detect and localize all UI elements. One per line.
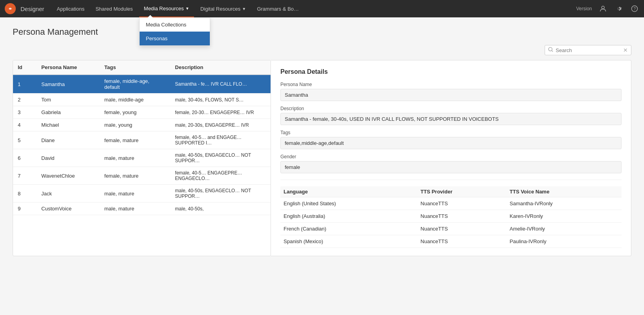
media-resources-dropdown: Media Collections Personas bbox=[139, 17, 210, 46]
tts-cell-voice: Paulina-IVRonly bbox=[506, 235, 622, 248]
description-label: Description bbox=[280, 106, 622, 111]
tts-col-voice: TTS Voice Name bbox=[506, 186, 622, 197]
cell-tags: female, mature bbox=[100, 167, 170, 185]
tts-col-language: Language bbox=[280, 186, 417, 197]
tts-cell-language: Spanish (Mexico) bbox=[280, 235, 417, 248]
tts-cell-voice: Amelie-IVRonly bbox=[506, 223, 622, 235]
cell-id: 2 bbox=[13, 94, 37, 106]
table-row[interactable]: 3Gabrielafemale, youngfemale, 20-30… ENG… bbox=[13, 106, 271, 119]
cell-name: Samantha bbox=[37, 75, 100, 94]
detail-panel-title: Persona Details bbox=[280, 68, 622, 75]
tts-cell-voice: Samantha-IVRonly bbox=[506, 197, 622, 210]
cell-name: Michael bbox=[37, 119, 100, 131]
cell-name: Diane bbox=[37, 131, 100, 149]
cell-description: male, 40-50s, ENGAGECLO… NOT SUPPOR… bbox=[170, 149, 271, 167]
cell-description: male, 20-30s, ENGAGEPRE… IVR bbox=[170, 119, 271, 131]
nav-digital-resources[interactable]: Digital Resources ▼ bbox=[196, 0, 251, 17]
tts-cell-language: English (Australia) bbox=[280, 210, 417, 223]
cell-tags: male, mature bbox=[100, 185, 170, 202]
cell-description: female, 40-5… ENGAGEPRE… ENGAGECLO… bbox=[170, 167, 271, 185]
personas-table: Id Persona Name Tags Description 1Samant… bbox=[13, 60, 271, 215]
dropdown-personas[interactable]: Personas bbox=[140, 32, 210, 45]
detail-divider bbox=[280, 180, 622, 180]
nav-right-section: Version ? bbox=[576, 4, 639, 13]
main-layout: Id Persona Name Tags Description 1Samant… bbox=[13, 60, 631, 256]
svg-line-5 bbox=[552, 51, 553, 52]
cell-tags: male, mature bbox=[100, 202, 170, 215]
cell-id: 5 bbox=[13, 131, 37, 149]
page-content: Persona Management ✕ Id Persona Name bbox=[0, 17, 644, 266]
tts-cell-language: English (United States) bbox=[280, 197, 417, 210]
brand-name: Designer bbox=[21, 6, 44, 12]
cell-id: 4 bbox=[13, 119, 37, 131]
table-row[interactable]: 2Tommale, middle-agemale, 30-40s, FLOWS,… bbox=[13, 94, 271, 106]
tts-row: English (Australia)NuanceTTSKaren-IVRonl… bbox=[280, 210, 622, 223]
search-input[interactable] bbox=[556, 47, 623, 53]
tts-cell-provider: NuanceTTS bbox=[417, 197, 506, 210]
table-row[interactable]: 5Dianefemale, maturefemale, 40-5… and EN… bbox=[13, 131, 271, 149]
tags-label: Tags bbox=[280, 130, 622, 135]
tts-row: Spanish (Mexico)NuanceTTSPaulina-IVRonly bbox=[280, 235, 622, 248]
tts-cell-voice: Karen-IVRonly bbox=[506, 210, 622, 223]
dropdown-media-collections[interactable]: Media Collections bbox=[140, 18, 210, 32]
search-icon bbox=[548, 47, 553, 53]
table-row[interactable]: 7WavenetChloefemale, maturefemale, 40-5…… bbox=[13, 167, 271, 185]
cell-id: 9 bbox=[13, 202, 37, 215]
tts-cell-provider: NuanceTTS bbox=[417, 235, 506, 248]
search-bar: ✕ bbox=[545, 45, 631, 55]
tts-row: French (Canadian)NuanceTTSAmelie-IVRonly bbox=[280, 223, 622, 235]
nav-media-resources-wrapper: Media Resources ▼ Media Collections Pers… bbox=[139, 0, 194, 17]
cell-tags: male, young bbox=[100, 119, 170, 131]
cell-description: female, 20-30… ENGAGEPRE… IVR bbox=[170, 106, 271, 119]
persona-detail-panel: Persona Details Persona Name Samantha De… bbox=[271, 60, 631, 256]
personas-table-section: Id Persona Name Tags Description 1Samant… bbox=[13, 60, 271, 256]
nav-applications[interactable]: Applications bbox=[52, 0, 89, 17]
page-title: Persona Management bbox=[13, 27, 631, 37]
cell-id: 3 bbox=[13, 106, 37, 119]
tts-cell-provider: NuanceTTS bbox=[417, 223, 506, 235]
col-header-tags: Tags bbox=[100, 60, 170, 75]
search-clear-button[interactable]: ✕ bbox=[623, 47, 628, 53]
persona-name-label: Persona Name bbox=[280, 82, 622, 87]
nav-grammars[interactable]: Grammars & Bo… bbox=[252, 0, 304, 17]
tags-value: female,middle-age,default bbox=[280, 137, 622, 149]
table-row[interactable]: 1Samanthafemale, middle-age, defaultSama… bbox=[13, 75, 271, 94]
cell-description: male, 40-50s, bbox=[170, 202, 271, 215]
table-row[interactable]: 8Jackmale, maturemale, 40-50s, ENGAGECLO… bbox=[13, 185, 271, 202]
col-header-name: Persona Name bbox=[37, 60, 100, 75]
tts-cell-provider: NuanceTTS bbox=[417, 210, 506, 223]
cell-tags: female, middle-age, default bbox=[100, 75, 170, 94]
version-label: Version bbox=[576, 6, 592, 11]
col-header-description: Description bbox=[170, 60, 271, 75]
cell-name: CustomVoice bbox=[37, 202, 100, 215]
cell-description: Samantha - fe… IVR CALL FLO… bbox=[170, 75, 271, 94]
table-header-row: Id Persona Name Tags Description bbox=[13, 60, 271, 75]
tts-cell-language: French (Canadian) bbox=[280, 223, 417, 235]
cell-name: WavenetChloe bbox=[37, 167, 100, 185]
svg-text:?: ? bbox=[634, 7, 636, 11]
media-resources-arrow: ▼ bbox=[185, 6, 189, 11]
cell-id: 7 bbox=[13, 167, 37, 185]
settings-icon[interactable] bbox=[614, 4, 623, 13]
nav-shared-modules[interactable]: Shared Modules bbox=[91, 0, 138, 17]
tts-header-row: Language TTS Provider TTS Voice Name bbox=[280, 186, 622, 197]
cell-id: 8 bbox=[13, 185, 37, 202]
cell-description: male, 30-40s, FLOWS, NOT S… bbox=[170, 94, 271, 106]
digital-resources-arrow: ▼ bbox=[242, 7, 246, 11]
app-logo bbox=[5, 3, 16, 14]
help-icon[interactable]: ? bbox=[630, 4, 639, 13]
cell-name: David bbox=[37, 149, 100, 167]
table-row[interactable]: 4Michaelmale, youngmale, 20-30s, ENGAGEP… bbox=[13, 119, 271, 131]
cell-description: female, 40-5… and ENGAGE… SUPPORTED I… bbox=[170, 131, 271, 149]
svg-point-1 bbox=[602, 6, 605, 9]
svg-point-4 bbox=[549, 47, 552, 51]
cell-name: Tom bbox=[37, 94, 100, 106]
user-icon[interactable] bbox=[598, 4, 608, 13]
table-row[interactable]: 6Davidmale, maturemale, 40-50s, ENGAGECL… bbox=[13, 149, 271, 167]
gender-label: Gender bbox=[280, 154, 622, 159]
table-row[interactable]: 9CustomVoicemale, maturemale, 40-50s, bbox=[13, 202, 271, 215]
cell-name: Gabriela bbox=[37, 106, 100, 119]
persona-name-value: Samantha bbox=[280, 89, 622, 101]
cell-tags: female, young bbox=[100, 106, 170, 119]
cell-tags: male, mature bbox=[100, 149, 170, 167]
